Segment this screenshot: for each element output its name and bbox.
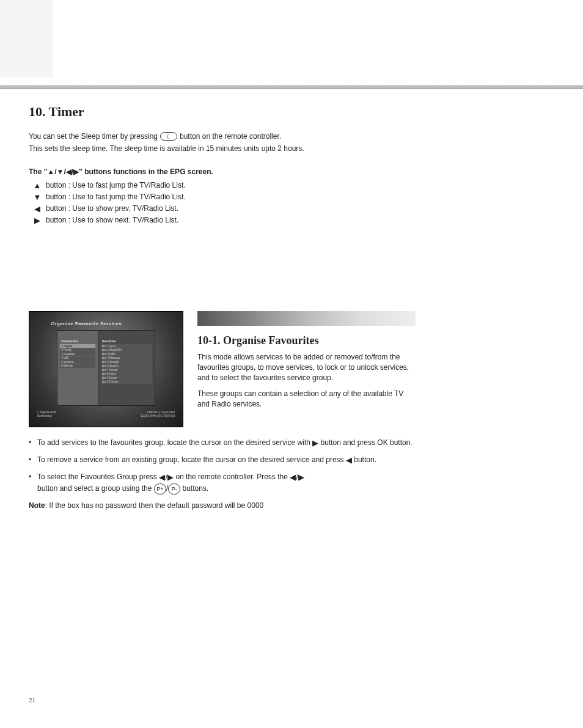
- list-item: abc 6 Saudi 1: [101, 364, 152, 368]
- favourites-column: Favourites 1 Nigeria 2 Future 3 Kuwaitee…: [57, 331, 98, 405]
- left-arrow-icon: ◀: [29, 204, 46, 213]
- screenshot-title: Organise Favourite Services: [51, 321, 122, 326]
- list-item: abc 1 Syria: [101, 344, 152, 348]
- list-item: abc 2 ArabSDS4: [101, 348, 152, 352]
- list-item: abc 8 Libya: [101, 372, 152, 376]
- list-item: 2 Future: [60, 348, 95, 352]
- note-para: Note: If the box has no password then th…: [29, 501, 420, 511]
- bullet-item: • To remove a service from an existing g…: [29, 455, 420, 466]
- list-item: 6 Bahrain: [60, 364, 95, 368]
- button-row: ▲ button : Use to fast jump the TV/Radio…: [29, 181, 420, 190]
- right-arrow-icon: ▶: [312, 438, 318, 449]
- bullet-post: button and press OK button.: [321, 438, 413, 447]
- up-arrow-icon: ▲: [29, 181, 46, 190]
- intro-post: button on the remote controller.: [180, 132, 281, 141]
- gradient-bar: [197, 311, 416, 326]
- button-row: ▼ button : Use to fast jump the TV/Radio…: [29, 193, 420, 202]
- bullet-dot: •: [29, 438, 37, 449]
- down-arrow-icon: ▼: [29, 193, 46, 202]
- bullet-pre: To add services to the favourites group,…: [37, 438, 312, 447]
- list-item: abc 7 Kuwait: [101, 368, 152, 372]
- favourites-header: Favourites: [60, 339, 95, 343]
- button-row: ◀ button : Use to show prev. TV/Radio Li…: [29, 204, 420, 213]
- section-title: 10. Timer: [29, 104, 420, 120]
- screenshot-footer-left: 1 Nigeria Arab Scrambled: [37, 410, 57, 417]
- subsection-block: 10-1. Organise Favourites This mode allo…: [197, 311, 417, 416]
- list-item: abc 5 Sharjah: [101, 360, 152, 364]
- list-item: abc 10 Oman: [101, 380, 152, 384]
- button-table: ▲ button : Use to fast jump the TV/Radio…: [29, 181, 420, 225]
- services-column: Services abc 1 Syria abc 2 ArabSDS4 abc …: [98, 331, 155, 405]
- bullet-post: button.: [354, 455, 376, 464]
- list-item: 4 LBC: [60, 356, 95, 360]
- button-row: ▶ button : Use to show next. TV/Radio Li…: [29, 216, 420, 225]
- list-item: abc 9 Sudan: [101, 376, 152, 380]
- note-label: Note: [29, 501, 45, 510]
- services-header: Services: [101, 339, 152, 343]
- intro-pre: You can set the Sleep timer by pressing: [29, 132, 158, 141]
- main-content: 10. Timer You can set the Sleep timer by…: [29, 104, 420, 243]
- select-group-pre: To select the Favourites Group press: [37, 473, 159, 482]
- left-right-arrow-icon: ◀/▶: [290, 472, 304, 483]
- sleep-icon: ☾: [160, 132, 177, 141]
- buttons-header: The "▲/▼/◀/▶" buttons functions in the E…: [29, 167, 420, 176]
- button-desc: button : Use to show prev. TV/Radio List…: [46, 204, 420, 213]
- intro-para: This sets the sleep time. The sleep time…: [29, 144, 420, 153]
- intro-line: You can set the Sleep timer by pressing …: [29, 132, 420, 141]
- subsection-para: This mode allows services to be added or…: [197, 352, 417, 383]
- select-group-mid1: on the remote controller. Press the: [175, 473, 290, 482]
- list-item: 5 Yemene: [60, 360, 95, 364]
- button-desc: button : Use to fast jump the TV/Radio L…: [46, 181, 420, 190]
- subsection-para: These groups can contain a selection of …: [197, 389, 417, 410]
- right-arrow-icon: ▶: [29, 216, 46, 225]
- page-number: 21: [29, 696, 35, 704]
- list-item: abc 3 NBN: [101, 352, 152, 356]
- p-plus-icon: P+: [154, 483, 166, 495]
- screenshot-footer-right: Arabsat 1 Favourites 12301 MHz 29 27500 …: [141, 410, 175, 417]
- bullet-item: • To select the Favourites Group press ◀…: [29, 472, 420, 494]
- button-desc: button : Use to show next. TV/Radio List…: [46, 216, 420, 225]
- note-text: : If the box has no password then the de…: [45, 501, 264, 510]
- p-minus-icon: P-: [168, 483, 180, 495]
- bullet-item: • To add services to the favourites grou…: [29, 438, 420, 449]
- left-right-arrow-icon: ◀/▶: [159, 472, 174, 483]
- list-item: abc 4 Morocco: [101, 356, 152, 360]
- select-group-mid2: button and select a group using the: [37, 484, 154, 493]
- bullet-dot: •: [29, 455, 37, 466]
- left-arrow-icon: ◀: [346, 455, 352, 466]
- page-tab: [0, 0, 53, 77]
- lower-content: • To add services to the favourites grou…: [29, 438, 420, 517]
- list-item: 3 Kuwaitee: [60, 352, 95, 356]
- header-divider: [0, 85, 583, 89]
- screenshot-inner: Favourites 1 Nigeria 2 Future 3 Kuwaitee…: [57, 330, 155, 406]
- subsection-title: 10-1. Organise Favourites: [197, 334, 417, 347]
- screenshot-figure: Organise Favourite Services Favourites 1…: [29, 311, 183, 427]
- bullet-pre: To remove a service from an existing gro…: [37, 455, 346, 464]
- list-item: 1 Nigeria: [60, 344, 95, 348]
- select-group-post: buttons.: [183, 484, 209, 493]
- button-desc: button : Use to fast jump the TV/Radio L…: [46, 193, 420, 202]
- bullet-dot: •: [29, 472, 37, 494]
